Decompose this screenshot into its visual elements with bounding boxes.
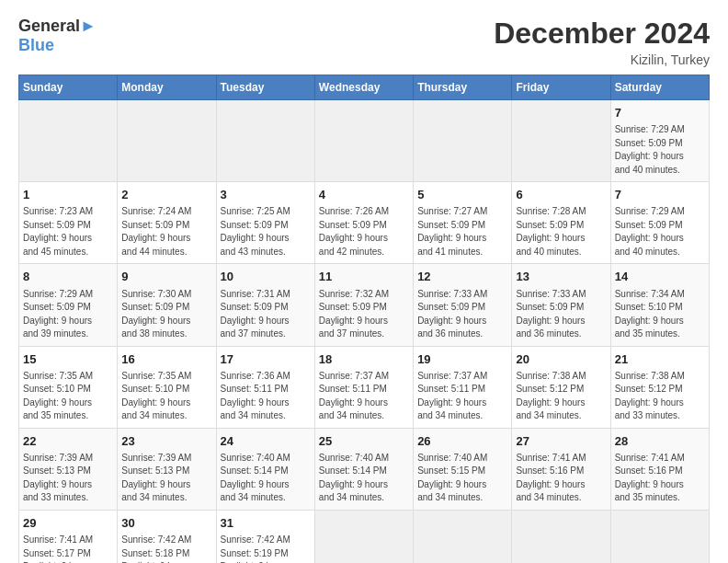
day-info: Sunrise: 7:42 AMSunset: 5:19 PMDaylight:… <box>221 534 311 563</box>
empty-cell <box>610 510 709 563</box>
day-number: 27 <box>516 433 606 450</box>
day-info: Sunrise: 7:41 AMSunset: 5:16 PMDaylight:… <box>516 452 606 505</box>
day-cell-19: 19Sunrise: 7:37 AMSunset: 5:11 PMDayligh… <box>414 346 512 428</box>
day-number: 1 <box>23 187 113 203</box>
day-info: Sunrise: 7:40 AMSunset: 5:14 PMDaylight:… <box>221 452 311 505</box>
empty-cell <box>118 100 216 182</box>
day-cell-31: 31Sunrise: 7:42 AMSunset: 5:19 PMDayligh… <box>216 510 314 563</box>
day-number: 23 <box>121 433 211 450</box>
day-info: Sunrise: 7:35 AMSunset: 5:10 PMDaylight:… <box>23 370 113 423</box>
day-cell-11: 11Sunrise: 7:32 AMSunset: 5:09 PMDayligh… <box>314 264 413 346</box>
day-info: Sunrise: 7:37 AMSunset: 5:11 PMDaylight:… <box>417 370 507 423</box>
day-info: Sunrise: 7:23 AMSunset: 5:09 PMDaylight:… <box>23 205 113 259</box>
day-cell-24: 24Sunrise: 7:40 AMSunset: 5:14 PMDayligh… <box>216 428 314 510</box>
page: General► Blue December 2024 Kizilin, Tur… <box>0 0 728 563</box>
empty-cell <box>414 100 512 182</box>
day-cell-7b: 7Sunrise: 7:29 AMSunset: 5:09 PMDaylight… <box>610 182 709 264</box>
table-row: 1Sunrise: 7:23 AMSunset: 5:09 PMDaylight… <box>19 182 710 264</box>
empty-cell <box>216 100 314 182</box>
day-info: Sunrise: 7:34 AMSunset: 5:10 PMDaylight:… <box>615 288 705 341</box>
table-row: 15Sunrise: 7:35 AMSunset: 5:10 PMDayligh… <box>19 346 710 428</box>
day-info: Sunrise: 7:24 AMSunset: 5:09 PMDaylight:… <box>121 205 211 259</box>
day-cell-29: 29Sunrise: 7:41 AMSunset: 5:17 PMDayligh… <box>19 510 118 563</box>
day-info: Sunrise: 7:29 AMSunset: 5:09 PMDaylight:… <box>615 123 705 177</box>
day-cell-12: 12Sunrise: 7:33 AMSunset: 5:09 PMDayligh… <box>414 264 512 346</box>
day-cell-30: 30Sunrise: 7:42 AMSunset: 5:18 PMDayligh… <box>118 510 216 563</box>
day-cell-25: 25Sunrise: 7:40 AMSunset: 5:14 PMDayligh… <box>314 428 413 510</box>
day-number: 6 <box>516 187 606 203</box>
day-number: 25 <box>319 433 409 450</box>
day-info: Sunrise: 7:28 AMSunset: 5:09 PMDaylight:… <box>516 205 606 259</box>
table-row: 8Sunrise: 7:29 AMSunset: 5:09 PMDaylight… <box>19 264 710 346</box>
day-number: 15 <box>23 351 113 368</box>
header: General► Blue December 2024 Kizilin, Tur… <box>18 17 710 67</box>
empty-cell <box>19 100 118 182</box>
day-number: 31 <box>221 515 311 532</box>
day-info: Sunrise: 7:31 AMSunset: 5:09 PMDaylight:… <box>221 288 311 341</box>
day-cell-17: 17Sunrise: 7:36 AMSunset: 5:11 PMDayligh… <box>216 346 314 428</box>
empty-cell <box>314 100 413 182</box>
day-cell-27: 27Sunrise: 7:41 AMSunset: 5:16 PMDayligh… <box>512 428 610 510</box>
col-monday: Monday <box>118 75 216 100</box>
day-cell-13: 13Sunrise: 7:33 AMSunset: 5:09 PMDayligh… <box>512 264 610 346</box>
day-info: Sunrise: 7:33 AMSunset: 5:09 PMDaylight:… <box>417 288 507 341</box>
empty-cell <box>512 100 610 182</box>
col-thursday: Thursday <box>414 75 512 100</box>
empty-cell <box>314 510 413 563</box>
day-info: Sunrise: 7:39 AMSunset: 5:13 PMDaylight:… <box>23 452 113 505</box>
day-number: 14 <box>615 269 705 285</box>
day-number: 24 <box>221 433 311 450</box>
day-cell-8: 8Sunrise: 7:29 AMSunset: 5:09 PMDaylight… <box>19 264 118 346</box>
col-wednesday: Wednesday <box>314 75 413 100</box>
day-number: 11 <box>319 269 409 285</box>
day-info: Sunrise: 7:32 AMSunset: 5:09 PMDaylight:… <box>319 288 409 341</box>
day-cell-15: 15Sunrise: 7:35 AMSunset: 5:10 PMDayligh… <box>19 346 118 428</box>
day-cell-2: 2Sunrise: 7:24 AMSunset: 5:09 PMDaylight… <box>118 182 216 264</box>
calendar-header-row: Sunday Monday Tuesday Wednesday Thursday… <box>19 75 710 100</box>
day-cell-28: 28Sunrise: 7:41 AMSunset: 5:16 PMDayligh… <box>610 428 709 510</box>
day-number: 12 <box>417 269 507 285</box>
day-number: 3 <box>221 187 311 203</box>
day-info: Sunrise: 7:39 AMSunset: 5:13 PMDaylight:… <box>121 452 211 505</box>
day-cell-6: 6Sunrise: 7:28 AMSunset: 5:09 PMDaylight… <box>512 182 610 264</box>
table-row: 22Sunrise: 7:39 AMSunset: 5:13 PMDayligh… <box>19 428 710 510</box>
col-friday: Friday <box>512 75 610 100</box>
col-saturday: Saturday <box>610 75 709 100</box>
day-info: Sunrise: 7:40 AMSunset: 5:15 PMDaylight:… <box>417 452 507 505</box>
day-info: Sunrise: 7:38 AMSunset: 5:12 PMDaylight:… <box>615 370 705 423</box>
day-number: 19 <box>417 351 507 368</box>
col-tuesday: Tuesday <box>216 75 314 100</box>
calendar-table: Sunday Monday Tuesday Wednesday Thursday… <box>18 75 710 563</box>
logo-line1: General► <box>18 17 97 36</box>
day-info: Sunrise: 7:35 AMSunset: 5:10 PMDaylight:… <box>121 370 211 423</box>
day-cell-21: 21Sunrise: 7:38 AMSunset: 5:12 PMDayligh… <box>610 346 709 428</box>
day-number: 30 <box>121 515 211 532</box>
day-cell-26: 26Sunrise: 7:40 AMSunset: 5:15 PMDayligh… <box>414 428 512 510</box>
day-info: Sunrise: 7:25 AMSunset: 5:09 PMDaylight:… <box>221 205 311 259</box>
day-info: Sunrise: 7:29 AMSunset: 5:09 PMDaylight:… <box>615 205 705 259</box>
day-number: 9 <box>121 269 211 285</box>
day-info: Sunrise: 7:40 AMSunset: 5:14 PMDaylight:… <box>319 452 409 505</box>
empty-cell <box>414 510 512 563</box>
day-number: 13 <box>516 269 606 285</box>
day-info: Sunrise: 7:27 AMSunset: 5:09 PMDaylight:… <box>417 205 507 259</box>
day-number: 2 <box>121 187 211 203</box>
day-info: Sunrise: 7:37 AMSunset: 5:11 PMDaylight:… <box>319 370 409 423</box>
day-number: 10 <box>221 269 311 285</box>
day-cell-1: 1Sunrise: 7:23 AMSunset: 5:09 PMDaylight… <box>19 182 118 264</box>
day-info: Sunrise: 7:41 AMSunset: 5:17 PMDaylight:… <box>23 534 113 563</box>
col-sunday: Sunday <box>19 75 118 100</box>
day-info: Sunrise: 7:41 AMSunset: 5:16 PMDaylight:… <box>615 452 705 505</box>
logo: General► Blue <box>18 17 97 55</box>
day-number: 26 <box>417 433 507 450</box>
day-cell-16: 16Sunrise: 7:35 AMSunset: 5:10 PMDayligh… <box>118 346 216 428</box>
day-info: Sunrise: 7:30 AMSunset: 5:09 PMDaylight:… <box>121 288 211 341</box>
day-number: 20 <box>516 351 606 368</box>
day-cell-18: 18Sunrise: 7:37 AMSunset: 5:11 PMDayligh… <box>314 346 413 428</box>
day-info: Sunrise: 7:38 AMSunset: 5:12 PMDaylight:… <box>516 370 606 423</box>
day-number: 29 <box>23 515 113 532</box>
day-number: 16 <box>121 351 211 368</box>
title-area: December 2024 Kizilin, Turkey <box>494 17 710 67</box>
day-info: Sunrise: 7:26 AMSunset: 5:09 PMDaylight:… <box>319 205 409 259</box>
day-number: 21 <box>615 351 705 368</box>
